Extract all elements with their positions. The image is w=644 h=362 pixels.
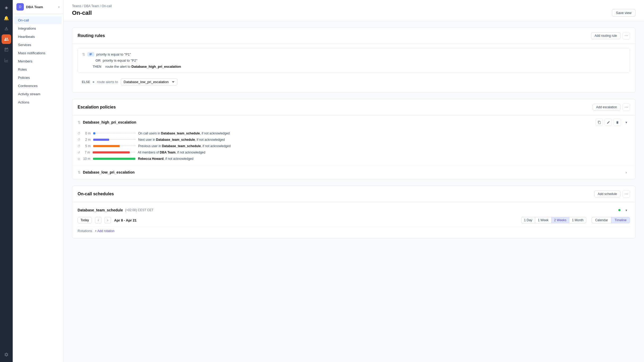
page-title: On-call [72, 10, 92, 16]
step-bar [93, 139, 109, 141]
step-bar [93, 158, 135, 160]
escalation-low-pri: ⇅ Database_low_pri_escalation › [72, 165, 635, 179]
sidebar-item-activity-stream[interactable]: Activity stream [14, 90, 62, 98]
sidebar-item-members[interactable]: Members [14, 57, 62, 65]
oncall-icon[interactable] [2, 34, 11, 44]
schedule-timezone: (+02:00) CEST CET [125, 208, 153, 212]
date-range: Apr 8 - Apr 21 [114, 218, 137, 222]
drag-handle-icon[interactable]: ⇅ [78, 170, 81, 174]
breadcrumb-teams[interactable]: Teams [72, 4, 81, 8]
team-avatar: D [16, 3, 24, 11]
page-header: Teams / DBA Team / On-call On-call Save … [64, 0, 644, 21]
delete-escalation-button[interactable] [614, 119, 621, 126]
oncall-schedules-title: On-call schedules [78, 192, 114, 196]
rule-if-condition: priority is equal to "P1" [96, 52, 131, 56]
view-2weeks-button[interactable]: 2 Weeks [552, 217, 569, 223]
settings-icon[interactable] [2, 350, 11, 359]
collapse-escalation-button[interactable]: ▾ [623, 119, 630, 126]
step-desc: On call users in Database_team_schedule,… [138, 132, 630, 135]
chart-icon[interactable] [2, 56, 11, 65]
sidebar-item-policies[interactable]: Policies [14, 74, 62, 82]
team-selector[interactable]: D DBA Team ▾ [13, 0, 63, 14]
escalation-high-pri-icons: ▾ [596, 119, 630, 126]
sidebar-item-oncall[interactable]: On-call [14, 16, 62, 24]
timeline-view-button[interactable]: Timeline [611, 217, 630, 223]
calendar-icon[interactable] [2, 45, 11, 55]
escalation-high-pri: ⇅ Database_high_pri_escalation [72, 115, 635, 165]
schedule-nav: Today ‹ › Apr 8 - Apr 21 1 Day 1 Week 2 … [78, 217, 630, 223]
breadcrumb-dba-team[interactable]: DBA Team [84, 4, 99, 8]
add-schedule-button[interactable]: Add schedule [594, 191, 620, 197]
step-clock-icon: ⏱ [78, 138, 80, 141]
view-1week-button[interactable]: 1 Week [535, 217, 551, 223]
step-bar-container [93, 139, 136, 141]
add-escalation-button[interactable]: Add escalation [593, 104, 620, 111]
oncall-schedules-header: On-call schedules Add schedule ··· [72, 186, 635, 202]
sidebar-item-services[interactable]: Services [14, 41, 62, 49]
cal-view-options: Calendar Timeline [592, 217, 630, 223]
next-arrow-button[interactable]: › [105, 217, 111, 223]
oncall-schedules-actions: Add schedule ··· [594, 190, 630, 198]
step-bar [93, 132, 95, 134]
copy-escalation-button[interactable] [596, 119, 603, 126]
step-bar [93, 145, 120, 147]
schedules-more-button[interactable]: ··· [623, 190, 630, 198]
step-row: ↺ 7 m All members of DBA Team, if not ac… [78, 149, 630, 156]
add-routing-rule-button[interactable]: Add routing rule [591, 32, 620, 39]
step-bar-container [93, 151, 135, 153]
drag-handle-icon[interactable]: ⇅ [78, 120, 81, 124]
edit-escalation-button[interactable] [605, 119, 612, 126]
routing-rules-body: ⇅ IF priority is equal to "P1" OR priori… [72, 44, 635, 92]
or-badge: OR [93, 58, 101, 62]
escalation-policies-title: Escalation policies [78, 105, 116, 110]
step-time: 10 m [83, 157, 90, 161]
oncall-schedules-section: On-call schedules Add schedule ··· Datab… [72, 186, 636, 238]
escalation-high-pri-header: ⇅ Database_high_pri_escalation [72, 115, 635, 129]
collapse-schedule-button[interactable]: ▾ [623, 206, 630, 214]
view-1day-button[interactable]: 1 Day [521, 217, 535, 223]
drag-handle-icon[interactable]: ⇅ [82, 52, 85, 56]
sidebar-item-mass-notifications[interactable]: Mass notifications [14, 49, 62, 57]
calendar-view-button[interactable]: Calendar [592, 217, 611, 223]
breadcrumb: Teams / DBA Team / On-call [72, 4, 636, 8]
step-time: 2 m [83, 138, 91, 142]
escalation-low-pri-name: Database_low_pri_escalation [83, 170, 135, 174]
step-bar-container [93, 132, 136, 134]
rule-then-line: THEN route the alert to Database_high_pr… [82, 65, 625, 69]
save-view-button[interactable]: Save view [612, 9, 636, 17]
schedule-item: Database_team_schedule (+02:00) CEST CET… [72, 202, 635, 238]
sidebar-item-integrations[interactable]: Integrations [14, 25, 62, 32]
step-bar-container [93, 145, 136, 147]
main-content: Teams / DBA Team / On-call On-call Save … [64, 0, 644, 362]
logo-icon[interactable]: ◈ [2, 3, 11, 12]
bell-icon[interactable]: 🔔 [2, 13, 11, 23]
team-name: DBA Team [26, 5, 56, 9]
step-desc: All members of DBA Team, if not acknowle… [138, 151, 630, 154]
view-options: 1 Day 1 Week 2 Weeks 1 Month [521, 217, 587, 223]
sidebar-item-conferences[interactable]: Conferences [14, 82, 62, 90]
escalation-policies-actions: Add escalation ··· [593, 103, 630, 111]
expand-escalation-button[interactable]: › [623, 169, 630, 176]
add-rotation-link[interactable]: + Add rotation [95, 229, 114, 233]
alert-icon[interactable]: ⚠ [2, 24, 11, 33]
routing-rules-title: Routing rules [78, 33, 105, 38]
sidebar-item-roles[interactable]: Roles [14, 66, 62, 73]
schedule-name: Database_team_schedule [78, 208, 123, 212]
routing-rules-more-button[interactable]: ··· [623, 32, 630, 39]
else-row: ELSE route alerts to Database_low_pri_es… [78, 76, 630, 88]
sidebar-item-heartbeats[interactable]: Heartbeats [14, 33, 62, 40]
escalation-low-pri-header[interactable]: ⇅ Database_low_pri_escalation › [72, 165, 635, 179]
prev-arrow-button[interactable]: ‹ [95, 217, 101, 223]
step-time: 0 m [83, 132, 91, 135]
step-refresh-icon: ↺ [78, 151, 80, 154]
escalation-policies-more-button[interactable]: ··· [623, 103, 630, 111]
view-1month-button[interactable]: 1 Month [569, 217, 586, 223]
step-desc: Next user in Database_team_schedule, if … [138, 138, 630, 142]
rotations-row: Rotations + Add rotation [78, 227, 630, 234]
else-route-select[interactable]: Database_low_pri_escalation [121, 78, 177, 85]
step-bar-dots [95, 133, 136, 133]
step-desc: Previous user in Database_team_schedule,… [138, 144, 630, 148]
rotations-label: Rotations [78, 229, 92, 233]
today-button[interactable]: Today [78, 217, 92, 223]
sidebar-item-actions[interactable]: Actions [14, 98, 62, 106]
